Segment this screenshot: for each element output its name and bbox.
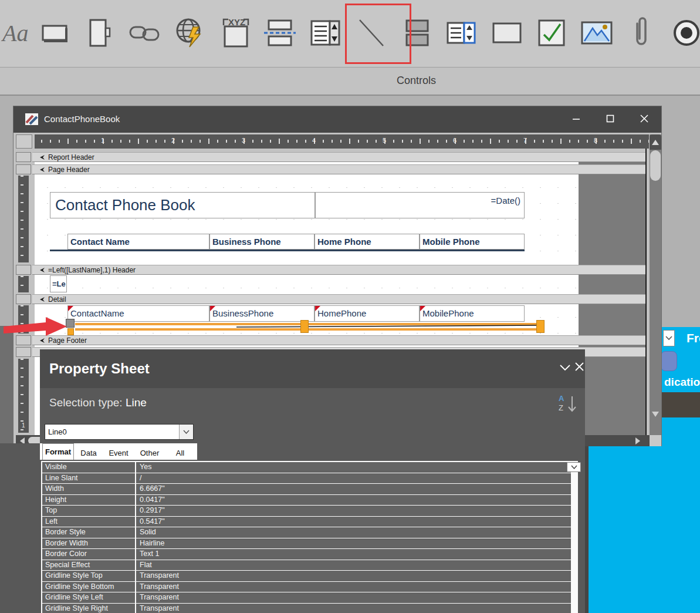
- vertical-ruler: 1: [18, 359, 29, 433]
- band-page-footer[interactable]: Page Footer: [32, 335, 645, 345]
- band-selector[interactable]: [16, 335, 31, 345]
- property-sheet-header: Property Sheet: [40, 349, 585, 388]
- band-collapse-icon: [39, 338, 45, 343]
- background-strip: [0, 326, 13, 446]
- date-textbox[interactable]: =Date(): [315, 192, 525, 218]
- property-row[interactable]: Border StyleSolid: [42, 527, 571, 538]
- tab-data[interactable]: Data: [74, 446, 103, 460]
- band-selector[interactable]: [16, 294, 31, 304]
- header-underline: [50, 250, 525, 251]
- report-title-label[interactable]: Contact Phone Book: [50, 192, 315, 218]
- tab-format[interactable]: Format: [42, 443, 74, 460]
- minimize-button[interactable]: [566, 111, 586, 126]
- background-form-partial-text: dication: [664, 376, 700, 389]
- vertical-ruler: 1: [18, 176, 29, 262]
- check-box-icon[interactable]: [533, 6, 571, 60]
- page-break-icon[interactable]: [262, 6, 299, 60]
- property-grid: VisibleYes Line Slant/ Width6.6667" Heig…: [41, 461, 578, 613]
- band-detail[interactable]: Detail: [32, 294, 645, 304]
- list-box-icon[interactable]: [444, 6, 481, 60]
- error-indicator: [420, 306, 425, 311]
- unbound-object-frame-icon[interactable]: XYZ: [217, 6, 255, 60]
- web-browser-icon[interactable]: [172, 6, 209, 60]
- image-icon[interactable]: [578, 6, 616, 60]
- controls-group-label: Controls: [397, 75, 436, 87]
- band-collapse-icon: [39, 297, 45, 302]
- attachment-icon[interactable]: [623, 6, 660, 60]
- vertical-scroll-thumb[interactable]: [650, 150, 661, 181]
- tab-other[interactable]: Other: [134, 446, 165, 460]
- line-resize-handle[interactable]: [536, 320, 545, 333]
- detail-field-contactname[interactable]: ContactName: [67, 305, 209, 322]
- hyperlink-icon[interactable]: [127, 6, 164, 60]
- property-row[interactable]: Gridline Style RightTransparent: [42, 604, 571, 613]
- svg-text:XYZ: XYZ: [228, 17, 245, 27]
- line-tool-highlight-box: [345, 4, 411, 64]
- text-box-icon[interactable]: [81, 6, 119, 60]
- property-row[interactable]: Special EffectFlat: [42, 560, 571, 571]
- column-header-mobile-phone[interactable]: Mobile Phone: [420, 234, 525, 250]
- property-row[interactable]: Border ColorText 1: [42, 549, 571, 560]
- combo-dropdown-button[interactable]: [179, 425, 193, 439]
- property-row[interactable]: Top0.2917": [42, 506, 571, 517]
- property-row[interactable]: Border WidthHairline: [42, 538, 571, 550]
- close-button[interactable]: [634, 111, 654, 126]
- property-row[interactable]: Gridline Style TopTransparent: [42, 571, 571, 582]
- band-selector[interactable]: [16, 152, 31, 162]
- sort-az-icon[interactable]: A Z: [559, 393, 579, 416]
- tab-all[interactable]: All: [165, 446, 195, 460]
- line-move-handle[interactable]: [66, 319, 75, 328]
- band-selector[interactable]: [16, 265, 31, 275]
- band-page-header[interactable]: Page Header: [32, 164, 645, 174]
- chevron-down-icon[interactable]: [560, 364, 570, 371]
- vertical-scrollbar[interactable]: [650, 134, 661, 435]
- detail-field-mobilephone[interactable]: MobilePhone: [420, 305, 525, 322]
- detail-field-businessphone[interactable]: BusinessPhone: [209, 305, 315, 322]
- visible-value-dropdown[interactable]: [567, 462, 581, 472]
- combo-box-icon[interactable]: [307, 6, 345, 60]
- band-selector[interactable]: [16, 164, 31, 174]
- background-form-button[interactable]: [661, 351, 677, 371]
- tab-event[interactable]: Event: [103, 446, 134, 460]
- detail-field-homephone[interactable]: HomePhone: [315, 305, 420, 322]
- property-row[interactable]: Line Slant/: [42, 473, 571, 484]
- column-header-contact-name[interactable]: Contact Name: [67, 234, 209, 250]
- column-header-business-phone[interactable]: Business Phone: [209, 234, 315, 250]
- scroll-up-button[interactable]: [650, 134, 661, 150]
- property-row[interactable]: Width6.6667": [42, 484, 571, 495]
- background-form-partial-text-top: Fre: [687, 331, 700, 345]
- option-button-icon[interactable]: [668, 6, 700, 60]
- rectangle-icon[interactable]: [488, 6, 526, 60]
- line-resize-handle[interactable]: [300, 320, 309, 333]
- selected-line-control[interactable]: [75, 322, 545, 332]
- band-selector[interactable]: [16, 347, 31, 357]
- property-row[interactable]: Gridline Style LeftTransparent: [42, 592, 571, 604]
- band-collapse-icon: [39, 267, 45, 273]
- property-row[interactable]: Gridline Style BottomTransparent: [42, 582, 571, 593]
- selected-object-name: Line0: [48, 427, 67, 436]
- horizontal-ruler: 1 2 3 4 5 6 7 8: [35, 134, 649, 149]
- property-row[interactable]: Height0.0417": [42, 495, 571, 506]
- scroll-right-button[interactable]: [635, 437, 640, 444]
- window-titlebar[interactable]: ContactPhoneBook: [13, 106, 661, 133]
- property-row[interactable]: VisibleYes: [42, 462, 571, 473]
- label-icon[interactable]: Aa: [0, 6, 35, 60]
- band-collapse-icon: [39, 154, 45, 160]
- band-report-header[interactable]: Report Header: [32, 152, 645, 162]
- group-expression-textbox[interactable]: =Le: [50, 275, 67, 292]
- button-icon[interactable]: [37, 6, 75, 60]
- error-indicator: [315, 306, 320, 311]
- property-row[interactable]: Left0.5417": [42, 517, 571, 528]
- line-resize-handle[interactable]: [67, 328, 74, 335]
- selection-type-label: Selection type:: [49, 396, 123, 409]
- surface-right-edge: [645, 149, 647, 435]
- ruler-corner-box[interactable]: [16, 134, 32, 149]
- maximize-button[interactable]: [600, 111, 620, 126]
- band-group-header[interactable]: =Left([LastName],1) Header: [32, 265, 645, 275]
- scroll-down-button[interactable]: [652, 412, 659, 417]
- column-header-home-phone[interactable]: Home Phone: [315, 234, 420, 250]
- background-form-dropdown[interactable]: [663, 330, 675, 346]
- property-sheet-panel: Property Sheet Selection type: Line A Z …: [40, 349, 585, 613]
- object-selector-combo[interactable]: Line0: [45, 424, 194, 440]
- close-icon[interactable]: [575, 362, 584, 371]
